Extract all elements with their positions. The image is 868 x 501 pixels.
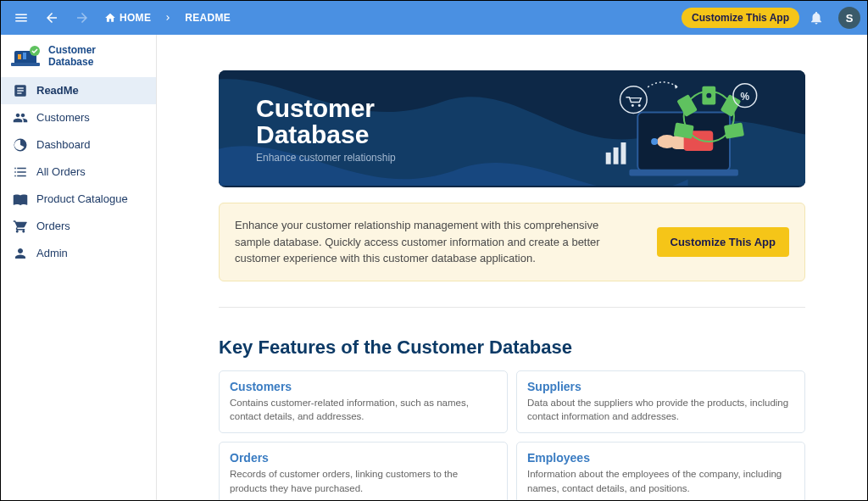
- sidebar-item-label: Admin: [36, 247, 68, 259]
- main-content-scroll[interactable]: % CustomerDatabase Enhance customer rela…: [157, 35, 867, 500]
- feature-title: Customers: [230, 380, 497, 393]
- sidebar-item-all-orders[interactable]: All Orders: [1, 159, 156, 186]
- feature-card-suppliers[interactable]: Suppliers Data about the suppliers who p…: [516, 370, 805, 433]
- feature-title: Employees: [527, 451, 794, 465]
- feature-card-customers[interactable]: Customers Contains customer-related info…: [219, 370, 508, 433]
- svg-point-23: [632, 104, 634, 107]
- breadcrumb-separator: [159, 13, 176, 23]
- feature-desc: Data about the suppliers who provide the…: [527, 396, 794, 424]
- customize-callout: Enhance your customer relationship manag…: [219, 203, 805, 281]
- sidebar-item-label: All Orders: [36, 165, 86, 178]
- section-divider: [219, 307, 805, 308]
- sidebar-item-product-catalogue[interactable]: Product Catalogue: [1, 186, 156, 213]
- feature-card-employees[interactable]: Employees Information about the employee…: [516, 442, 805, 500]
- arrow-left-icon: [44, 10, 59, 25]
- feature-card-orders[interactable]: Orders Records of customer orders, linki…: [219, 442, 508, 500]
- sidebar-item-customers[interactable]: Customers: [1, 104, 156, 131]
- breadcrumb-home-label: HOME: [120, 12, 151, 24]
- svg-text:%: %: [741, 91, 750, 103]
- hero-subtitle: Enhance customer relationship: [256, 152, 396, 164]
- feature-title: Orders: [230, 451, 497, 465]
- sidebar-item-label: Product Catalogue: [36, 192, 128, 205]
- hero-title: CustomerDatabase: [256, 95, 396, 148]
- customize-app-pill[interactable]: Customize This App: [682, 8, 799, 28]
- breadcrumb-current[interactable]: README: [180, 6, 236, 30]
- sidebar-item-orders[interactable]: Orders: [1, 213, 156, 240]
- book-icon: [13, 192, 28, 207]
- sidebar-item-label: Orders: [36, 220, 70, 232]
- sidebar-item-label: Customers: [36, 111, 90, 124]
- logo-icon: [11, 46, 43, 68]
- list-icon: [13, 164, 28, 180]
- sidebar-item-label: ReadMe: [36, 84, 79, 97]
- feature-desc: Contains customer-related information, s…: [230, 396, 497, 424]
- features-grid: Customers Contains customer-related info…: [219, 370, 805, 501]
- feature-desc: Records of customer orders, linking cust…: [230, 467, 497, 495]
- svg-rect-10: [621, 142, 626, 164]
- hamburger-icon: [14, 10, 29, 25]
- dashboard-icon: [13, 137, 28, 153]
- home-icon: [104, 12, 116, 24]
- customize-app-button[interactable]: Customize This App: [657, 227, 789, 257]
- svg-rect-9: [614, 148, 619, 164]
- nav-back-button[interactable]: [38, 4, 65, 31]
- feature-title: Suppliers: [527, 380, 794, 393]
- customers-icon: [13, 110, 28, 125]
- app-logo[interactable]: Customer Database: [1, 42, 156, 77]
- svg-rect-3: [18, 54, 21, 59]
- svg-rect-4: [23, 53, 26, 59]
- hamburger-menu-button[interactable]: [8, 4, 35, 31]
- feature-desc: Information about the employees of the c…: [527, 467, 794, 495]
- features-section-title: Key Features of the Customer Database: [219, 337, 805, 359]
- breadcrumb-current-label: README: [185, 12, 231, 24]
- admin-icon: [13, 246, 28, 261]
- sidebar-item-label: Dashboard: [36, 138, 91, 151]
- chevron-right-icon: [163, 13, 173, 23]
- bell-icon: [809, 10, 824, 25]
- nav-forward-button[interactable]: [69, 4, 96, 31]
- svg-point-24: [638, 104, 641, 107]
- svg-point-14: [651, 138, 658, 145]
- user-avatar[interactable]: S: [838, 7, 860, 29]
- hero-banner: % CustomerDatabase Enhance customer rela…: [219, 70, 805, 187]
- sidebar-item-dashboard[interactable]: Dashboard: [1, 131, 156, 159]
- topbar: HOME README Customize This App S: [1, 1, 867, 35]
- sidebar-item-readme[interactable]: ReadMe: [1, 77, 156, 104]
- svg-rect-7: [629, 170, 738, 176]
- readme-icon: [13, 83, 28, 98]
- logo-text: Customer Database: [48, 45, 96, 69]
- svg-point-21: [706, 93, 711, 98]
- svg-rect-1: [11, 63, 40, 66]
- sidebar-item-admin[interactable]: Admin: [1, 240, 156, 267]
- notifications-button[interactable]: [803, 4, 830, 31]
- callout-text: Enhance your customer relationship manag…: [235, 217, 637, 267]
- sidebar: Customer Database ReadMe Customers Dashb…: [1, 35, 157, 500]
- cart-icon: [13, 219, 28, 234]
- svg-rect-8: [606, 153, 611, 164]
- arrow-right-icon: [75, 10, 90, 25]
- breadcrumb-home[interactable]: HOME: [99, 6, 156, 30]
